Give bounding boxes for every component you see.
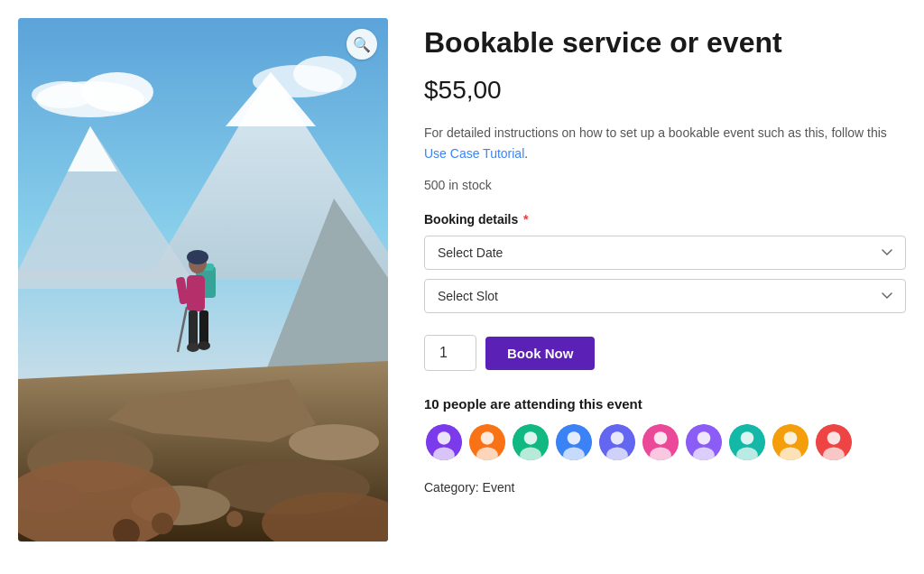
quantity-input[interactable] xyxy=(424,335,476,371)
svg-point-32 xyxy=(226,511,243,527)
product-title: Bookable service or event xyxy=(424,25,906,60)
avatar-7 xyxy=(684,422,724,462)
svg-point-50 xyxy=(654,431,668,445)
svg-point-35 xyxy=(438,431,451,445)
svg-rect-25 xyxy=(189,310,198,347)
avatar-6 xyxy=(641,422,680,462)
product-image xyxy=(18,18,388,542)
svg-rect-26 xyxy=(199,310,208,345)
page-wrapper: 🔍 Bookable service or event $55,00 For d… xyxy=(0,0,924,560)
svg-point-59 xyxy=(784,431,798,445)
attendees-title: 10 people are attending this event xyxy=(424,396,906,412)
avatar-1 xyxy=(424,422,464,462)
category-label: Category: xyxy=(424,480,479,495)
category-info: Category: Event xyxy=(424,480,906,495)
use-case-link[interactable]: Use Case Tutorial xyxy=(424,146,524,161)
product-details: Bookable service or event $55,00 For det… xyxy=(424,18,906,495)
select-date-dropdown[interactable]: Select Date xyxy=(424,236,906,270)
required-asterisk: * xyxy=(520,212,528,227)
product-image-container: 🔍 xyxy=(18,18,388,542)
category-value: Event xyxy=(483,480,515,495)
select-slot-dropdown[interactable]: Select Slot xyxy=(424,279,906,313)
zoom-icon[interactable]: 🔍 xyxy=(346,29,377,60)
booking-label: Booking details * xyxy=(424,212,906,227)
product-description: For detailed instructions on how to set … xyxy=(424,123,906,163)
avatar-3 xyxy=(511,422,550,462)
svg-point-27 xyxy=(187,343,199,352)
svg-point-3 xyxy=(32,81,95,108)
attendees-section: 10 people are attending this event xyxy=(424,396,906,462)
avatar-5 xyxy=(597,422,637,462)
svg-point-41 xyxy=(524,431,538,445)
svg-point-38 xyxy=(481,431,494,445)
avatar-8 xyxy=(727,422,767,462)
svg-point-62 xyxy=(827,431,841,445)
svg-point-28 xyxy=(198,341,210,350)
avatar-10 xyxy=(814,422,854,462)
avatar-9 xyxy=(771,422,810,462)
svg-point-22 xyxy=(187,250,208,264)
stock-info: 500 in stock xyxy=(424,178,906,192)
book-now-button[interactable]: Book Now xyxy=(485,337,595,370)
svg-point-5 xyxy=(293,56,356,92)
booking-actions: Book Now xyxy=(424,335,906,371)
svg-point-47 xyxy=(611,431,624,445)
product-price: $55,00 xyxy=(424,76,906,105)
svg-point-31 xyxy=(152,513,173,534)
svg-rect-20 xyxy=(187,275,205,311)
avatar-2 xyxy=(467,422,507,462)
svg-point-53 xyxy=(698,431,711,445)
description-text-2: . xyxy=(524,146,528,161)
svg-point-44 xyxy=(568,431,581,445)
avatars-row xyxy=(424,422,906,462)
description-text-1: For detailed instructions on how to set … xyxy=(424,125,887,140)
avatar-4 xyxy=(554,422,594,462)
svg-point-56 xyxy=(741,431,754,445)
